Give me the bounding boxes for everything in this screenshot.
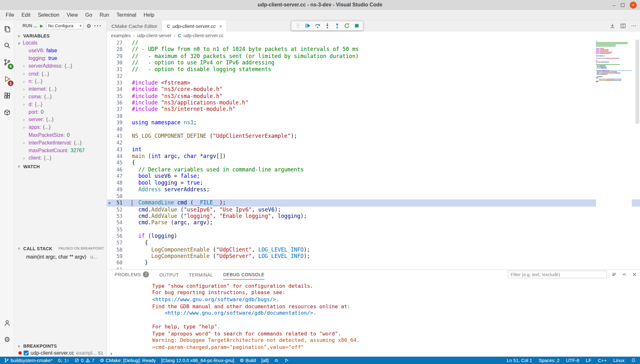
variable-row[interactable]: ∨ Locals bbox=[14, 39, 107, 47]
breakpoint-row[interactable]: udp-client-server.cc exampl... 51 bbox=[14, 349, 107, 357]
more-actions-icon[interactable] bbox=[631, 23, 637, 29]
variable-row[interactable]: useV6: false bbox=[14, 47, 107, 54]
code-line[interactable]: 55 bbox=[107, 226, 640, 233]
code-line[interactable]: 40 bbox=[107, 126, 640, 133]
line-number[interactable]: 53 bbox=[113, 213, 122, 220]
variable-row[interactable]: maxPacketCount: 32767 bbox=[14, 146, 107, 154]
branch-indicator[interactable]: buildsystem-cmake* bbox=[4, 358, 53, 363]
code-line[interactable]: 43 int bbox=[107, 146, 640, 153]
line-number[interactable]: 46 bbox=[113, 166, 122, 173]
code-line[interactable]: 39 using namespace ns3; bbox=[107, 120, 640, 126]
toolbar-drag-handle[interactable] bbox=[294, 22, 301, 29]
code-line[interactable]: 27 // bbox=[107, 40, 640, 46]
menu-item[interactable]: View bbox=[63, 12, 81, 18]
build-target[interactable]: [all] bbox=[261, 358, 269, 363]
code-line[interactable]: 30 // - option to use IPv4 or IPv6 addre… bbox=[107, 60, 640, 66]
line-number[interactable]: 51 bbox=[113, 200, 122, 206]
code-line[interactable]: 31 // - option to disable logging statem… bbox=[107, 66, 640, 73]
activity-run-debug[interactable]: 1 bbox=[0, 70, 14, 87]
variable-row[interactable]: › internet: {...} bbox=[14, 85, 107, 93]
step-out-button[interactable] bbox=[333, 22, 341, 29]
line-number[interactable]: 59 bbox=[113, 253, 122, 260]
code-line[interactable]: 59 LogComponentEnable ("UdpServer", LOG_… bbox=[107, 253, 640, 260]
code-line[interactable]: 53 cmd.AddValue ("logging", "Enable logg… bbox=[107, 213, 640, 220]
code-line[interactable]: 48 bool logging = true; bbox=[107, 180, 640, 186]
line-number[interactable]: 56 bbox=[113, 233, 122, 240]
variable-row[interactable]: › d: {...} bbox=[14, 101, 107, 108]
code-line[interactable]: 56 if (logging) bbox=[107, 233, 640, 240]
breadcrumb-item[interactable]: examples bbox=[111, 33, 131, 38]
code-line[interactable]: 58 LogComponentEnable ("UdpClient", LOG_… bbox=[107, 246, 640, 253]
step-over-button[interactable] bbox=[314, 22, 321, 29]
line-number[interactable]: 54 bbox=[113, 220, 122, 227]
step-into-button[interactable] bbox=[324, 22, 331, 29]
cursor-position[interactable]: Ln 51, Col 1 bbox=[507, 358, 532, 363]
line-number[interactable]: 44 bbox=[113, 153, 122, 160]
code-line[interactable]: 28 // - UDP flow from n0 to n1 of 1024 b… bbox=[107, 46, 640, 53]
menu-item[interactable]: File bbox=[2, 12, 18, 18]
variable-row[interactable]: › server: {...} bbox=[14, 116, 107, 124]
tab-udp-client-server[interactable]: C udp-client-server.cc × bbox=[162, 21, 227, 31]
close-tab-icon[interactable]: × bbox=[219, 23, 222, 28]
variable-row[interactable]: › n: {...} bbox=[14, 78, 107, 85]
menu-item[interactable]: Edit bbox=[18, 12, 34, 18]
restart-button[interactable] bbox=[343, 22, 350, 29]
code-line[interactable]: 54 cmd.Parse (argc, argv); bbox=[107, 220, 640, 227]
variable-row[interactable]: › csma: {...} bbox=[14, 93, 107, 101]
split-editor-icon[interactable] bbox=[620, 23, 626, 29]
activity-source-control[interactable]: 6 bbox=[0, 54, 14, 70]
panel-tab[interactable]: PROBLEMS 7 bbox=[115, 271, 149, 279]
variable-row[interactable]: › interPacketInterval: {...} bbox=[14, 139, 107, 146]
debug-console[interactable]: Type "show configuration" for configurat… bbox=[107, 279, 640, 350]
watch-section-header[interactable]: ∨ WATCH bbox=[14, 162, 107, 170]
menu-item[interactable]: Terminal bbox=[113, 12, 140, 18]
menu-item[interactable]: Selection bbox=[34, 12, 63, 18]
settings-button[interactable]: ⚙ bbox=[0, 331, 14, 348]
run-launch-button[interactable] bbox=[284, 358, 289, 363]
code-line[interactable]: 35 #include "ns3/csma-module.h" bbox=[107, 93, 640, 100]
debug-launch-button[interactable] bbox=[274, 358, 279, 363]
code-line[interactable]: 47 bool useV6 = false; bbox=[107, 173, 640, 180]
variable-row[interactable]: › serverAddress: {...} bbox=[14, 62, 107, 70]
code-line[interactable]: 36 #include "ns3/applications-module.h" bbox=[107, 100, 640, 106]
breakpoints-section-header[interactable]: ∨ BREAKPOINTS bbox=[14, 342, 107, 350]
panel-tab[interactable]: DEBUG CONSOLE bbox=[223, 272, 265, 279]
code-line[interactable]: 34 #include "ns3/core-module.h" bbox=[107, 86, 640, 93]
code-line[interactable]: 32 bbox=[107, 73, 640, 80]
variable-row[interactable]: logging: true bbox=[14, 54, 107, 62]
start-debug-icon[interactable]: ▶ bbox=[40, 23, 43, 28]
code-line[interactable]: 42 bbox=[107, 140, 640, 146]
panel-tab[interactable]: TERMINAL bbox=[189, 273, 213, 280]
close-panel-icon[interactable] bbox=[631, 271, 637, 277]
variable-row[interactable]: › cmd: {...} bbox=[14, 70, 107, 78]
activity-search[interactable] bbox=[0, 37, 14, 54]
menu-item[interactable]: Help bbox=[140, 12, 158, 18]
cmake-kit[interactable]: [Clang 12.0.0 x86_64-pc-linux-gnu] bbox=[161, 358, 234, 363]
language-mode[interactable]: C++ bbox=[598, 358, 607, 363]
breadcrumb-item[interactable]: udp-client-server.cc bbox=[184, 33, 224, 38]
line-number[interactable]: 45 bbox=[113, 160, 122, 166]
line-number[interactable]: 55 bbox=[113, 226, 122, 233]
breadcrumb-item[interactable]: udp-client-server bbox=[137, 33, 172, 38]
line-number[interactable]: 33 bbox=[113, 79, 122, 86]
line-number[interactable]: 36 bbox=[113, 100, 122, 106]
line-number[interactable]: 40 bbox=[113, 126, 122, 133]
line-number[interactable]: 50 bbox=[113, 193, 122, 200]
code-line[interactable]: 29 // - maximum of 320 packets sent (or … bbox=[107, 53, 640, 60]
code-line[interactable]: 50 bbox=[107, 193, 640, 200]
line-number[interactable]: 38 bbox=[113, 113, 122, 120]
line-number[interactable]: 28 bbox=[113, 46, 122, 53]
notifications-button[interactable] bbox=[631, 358, 636, 363]
editor-scrollbar[interactable] bbox=[636, 40, 639, 124]
tab-cmake-cache-editor[interactable]: CMake Cache Editor bbox=[107, 21, 162, 31]
os-indicator[interactable]: Linux bbox=[613, 358, 625, 363]
code-line[interactable]: 37 #include "ns3/internet-module.h" bbox=[107, 106, 640, 113]
activity-package-view[interactable] bbox=[0, 104, 14, 121]
more-actions-icon[interactable]: ··· bbox=[94, 22, 102, 29]
code-line[interactable]: 38 bbox=[107, 113, 640, 120]
line-number[interactable]: 27 bbox=[113, 40, 122, 46]
code-line[interactable]: 41 NS_LOG_COMPONENT_DEFINE ("UdpClientSe… bbox=[107, 133, 640, 140]
line-number[interactable]: 39 bbox=[113, 120, 122, 126]
maximize-button[interactable] bbox=[621, 3, 624, 7]
code-line[interactable]: 52 cmd.AddValue ("useIpv6", "Use Ipv6", … bbox=[107, 206, 640, 213]
